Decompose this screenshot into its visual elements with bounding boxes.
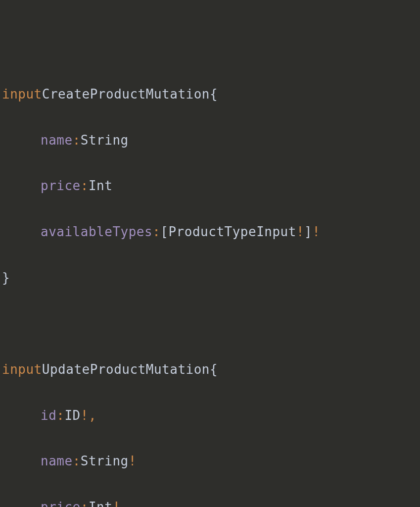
code-line[interactable]: } (2, 262, 420, 293)
type-ref: String (81, 454, 129, 469)
bang: ! (312, 224, 320, 240)
keyword: input (2, 87, 42, 102)
colon: : (73, 454, 81, 469)
code-line[interactable]: input UpdateProductMutation { (2, 354, 420, 385)
type-ref: ProductTypeInput (168, 224, 296, 240)
bang: ! (296, 224, 304, 240)
colon: : (81, 178, 89, 194)
brace-open: { (210, 87, 218, 102)
type-ref: ID (64, 408, 80, 423)
bang: ! (112, 500, 120, 507)
code-line[interactable]: name: String (2, 125, 420, 155)
code-line[interactable]: input CreateProductMutation { (2, 79, 420, 109)
code-line[interactable]: id: ID!, (2, 400, 420, 431)
field-name: name (41, 133, 73, 148)
colon: : (73, 133, 81, 148)
code-block: input CreateProductMutation { name: Stri… (2, 64, 420, 507)
type-ref: Int (89, 500, 112, 507)
code-line[interactable]: price: Int (2, 171, 420, 202)
bracket-open: [ (160, 224, 168, 240)
field-name: price (41, 500, 81, 507)
bang: ! (129, 454, 137, 469)
field-name: availableTypes (41, 224, 152, 240)
bracket-close: ] (304, 224, 312, 240)
type-ref: Int (89, 178, 112, 194)
code-line[interactable]: name: String! (2, 446, 420, 477)
brace-close: } (2, 270, 10, 286)
type-ref: String (81, 133, 129, 148)
bang: ! (81, 408, 89, 423)
keyword: input (2, 362, 42, 377)
comma: , (89, 408, 96, 423)
type-name: UpdateProductMutation (42, 362, 210, 377)
field-name: price (41, 178, 81, 194)
code-line[interactable]: availableTypes: [ProductTypeInput!]! (2, 216, 420, 247)
type-name: CreateProductMutation (42, 87, 210, 102)
field-name: id (41, 408, 56, 423)
field-name: name (41, 454, 73, 469)
colon: : (56, 408, 64, 423)
blank-line (2, 308, 420, 339)
colon: : (152, 224, 160, 240)
colon: : (81, 500, 89, 507)
brace-open: { (210, 362, 218, 377)
code-line[interactable]: price: Int! (2, 492, 420, 507)
